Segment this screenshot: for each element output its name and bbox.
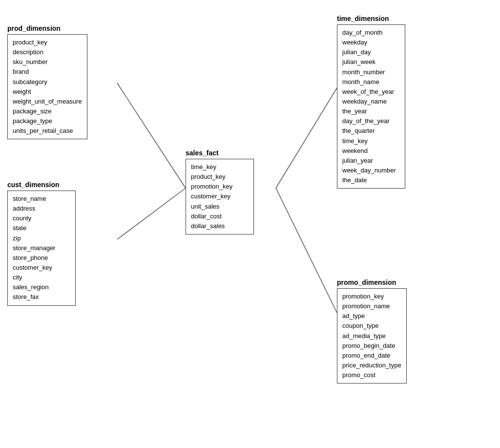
field: unit_sales	[191, 202, 249, 212]
field: julian_day	[342, 47, 400, 57]
sales-fact-title: sales_fact	[186, 149, 254, 157]
cust-dimension-block: cust_dimension store_name address county…	[7, 181, 76, 306]
field: weekday_name	[342, 97, 400, 107]
field: address	[13, 204, 70, 213]
field: sales_region	[13, 282, 70, 292]
time-dimension-title: time_dimension	[337, 15, 405, 22]
sales-fact-block: sales_fact time_key product_key promotio…	[186, 149, 254, 235]
field: description	[13, 47, 82, 57]
field: month_number	[342, 67, 400, 77]
field: store_manager	[13, 243, 70, 253]
promo-dimension-block: promo_dimension promotion_key promotion_…	[337, 278, 407, 384]
field: month_name	[342, 77, 400, 87]
field: weight	[13, 87, 82, 97]
field: package_type	[13, 116, 82, 126]
svg-line-1	[117, 188, 186, 239]
field: county	[13, 213, 70, 223]
field: brand	[13, 67, 82, 77]
field: customer_key	[13, 263, 70, 273]
svg-line-3	[276, 188, 337, 313]
field: time_key	[342, 136, 400, 146]
field: state	[13, 223, 70, 233]
field: promotion_name	[342, 301, 401, 311]
field: promo_begin_date	[342, 341, 401, 351]
field: sku_number	[13, 57, 82, 67]
field: subcategory	[13, 77, 82, 87]
field: weekend	[342, 146, 400, 156]
field: product_key	[13, 38, 82, 47]
promo-dimension-box: promotion_key promotion_name ad_type cou…	[337, 288, 407, 384]
field: week_of_the_year	[342, 87, 400, 97]
field: promotion_key	[191, 182, 249, 192]
field: ad_media_type	[342, 331, 401, 341]
field: store_name	[13, 194, 70, 204]
field: promo_end_date	[342, 351, 401, 361]
field: zip	[13, 234, 70, 243]
field: ad_type	[342, 311, 401, 321]
field: customer_key	[191, 192, 249, 201]
field: store_phone	[13, 253, 70, 263]
field: the_date	[342, 175, 400, 185]
field: city	[13, 273, 70, 282]
field: coupon_type	[342, 321, 401, 331]
field: day_of_the_year	[342, 116, 400, 126]
field: promo_cost	[342, 370, 401, 380]
time-dimension-box: day_of_month weekday julian_day julian_w…	[337, 24, 405, 189]
cust-dimension-box: store_name address county state zip stor…	[7, 191, 76, 306]
field: julian_year	[342, 156, 400, 166]
prod-dimension-box: product_key description sku_number brand…	[7, 34, 87, 139]
field: price_reduction_type	[342, 361, 401, 370]
cust-dimension-title: cust_dimension	[7, 181, 76, 189]
field: weight_unit_of_measure	[13, 97, 82, 107]
field: package_size	[13, 107, 82, 116]
time-dimension-block: time_dimension day_of_month weekday juli…	[337, 15, 405, 189]
field: time_key	[191, 162, 249, 172]
field: product_key	[191, 172, 249, 182]
field: julian_week	[342, 57, 400, 67]
prod-dimension-block: prod_dimension product_key description s…	[7, 24, 87, 139]
field: week_day_number	[342, 166, 400, 175]
svg-line-0	[117, 83, 186, 188]
svg-line-2	[276, 88, 337, 188]
field: dollar_sales	[191, 221, 249, 231]
field: weekday	[342, 38, 400, 47]
diagram-container: prod_dimension product_key description s…	[0, 0, 500, 448]
promo-dimension-title: promo_dimension	[337, 278, 407, 286]
field: the_year	[342, 107, 400, 116]
prod-dimension-title: prod_dimension	[7, 24, 87, 32]
field: promotion_key	[342, 292, 401, 301]
field: units_per_retail_case	[13, 126, 82, 136]
field: dollar_cost	[191, 212, 249, 221]
field: the_quarter	[342, 126, 400, 136]
field: store_fax	[13, 292, 70, 302]
sales-fact-box: time_key product_key promotion_key custo…	[186, 159, 254, 235]
field: day_of_month	[342, 28, 400, 38]
